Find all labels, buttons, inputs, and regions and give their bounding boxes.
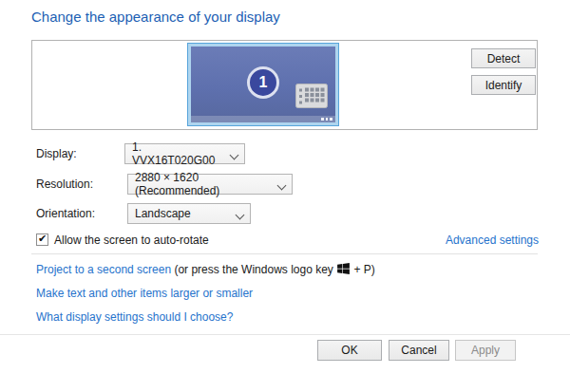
display-settings-help-link[interactable]: What display settings should I choose? bbox=[36, 310, 233, 324]
project-hint-before: (or press the Windows logo key bbox=[174, 263, 332, 276]
orientation-select[interactable]: Landscape bbox=[127, 203, 251, 224]
display-label: Display: bbox=[36, 147, 77, 160]
resolution-select-value: 2880 × 1620 (Recommended) bbox=[135, 171, 273, 197]
project-hint-after: + P) bbox=[354, 263, 375, 276]
taskbar-dots-icon bbox=[321, 118, 332, 121]
check-icon: ✔ bbox=[38, 233, 47, 245]
project-second-screen-row: Project to a second screen (or press the… bbox=[36, 263, 375, 277]
resolution-select[interactable]: 2880 × 1620 (Recommended) bbox=[127, 174, 293, 195]
page-title: Change the appearance of your display bbox=[31, 9, 280, 25]
section-divider bbox=[31, 253, 538, 254]
advanced-settings-link[interactable]: Advanced settings bbox=[446, 233, 539, 247]
taskbar-strip bbox=[191, 116, 335, 122]
apply-button[interactable]: Apply bbox=[455, 340, 516, 361]
display-select[interactable]: 1. VVX16T020G00 bbox=[124, 143, 245, 164]
identify-button[interactable]: Identify bbox=[471, 75, 536, 95]
auto-rotate-checkbox[interactable]: ✔ bbox=[36, 233, 48, 246]
start-screen-tile-icon bbox=[295, 84, 328, 112]
display-select-value: 1. VVX16T020G00 bbox=[132, 140, 225, 167]
chevron-down-icon bbox=[236, 211, 245, 220]
windows-logo-icon bbox=[337, 263, 350, 277]
monitor-preview[interactable]: 1 bbox=[187, 43, 339, 126]
chevron-down-icon bbox=[230, 151, 239, 160]
display-preview-box: 1 Detect Identify bbox=[31, 40, 538, 130]
ok-button[interactable]: OK bbox=[317, 340, 382, 361]
detect-button[interactable]: Detect bbox=[471, 48, 536, 68]
footer-divider bbox=[0, 334, 570, 335]
auto-rotate-label: Allow the screen to auto-rotate bbox=[54, 233, 209, 247]
orientation-select-value: Landscape bbox=[135, 207, 191, 220]
chevron-down-icon bbox=[277, 181, 287, 191]
cancel-button[interactable]: Cancel bbox=[389, 340, 449, 361]
project-second-screen-link[interactable]: Project to a second screen bbox=[36, 263, 171, 276]
monitor-number: 1 bbox=[259, 74, 268, 91]
monitor-number-badge: 1 bbox=[247, 66, 279, 99]
monitor-screen: 1 bbox=[191, 47, 335, 122]
resolution-label: Resolution: bbox=[36, 177, 93, 191]
make-text-larger-link[interactable]: Make text and other items larger or smal… bbox=[36, 287, 253, 300]
orientation-label: Orientation: bbox=[36, 207, 95, 220]
